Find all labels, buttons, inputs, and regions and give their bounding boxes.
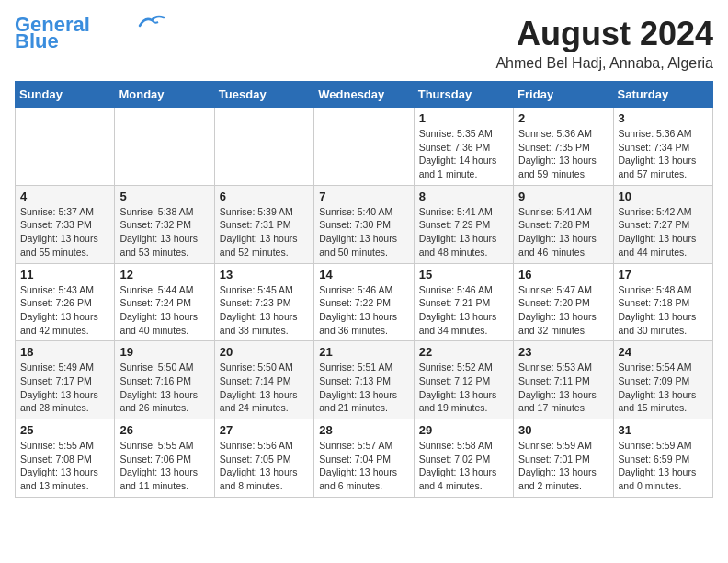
day-number: 14 xyxy=(319,268,408,282)
day-number: 11 xyxy=(20,268,109,282)
day-number: 25 xyxy=(20,423,109,437)
empty-day xyxy=(16,108,115,186)
day-number: 17 xyxy=(619,268,708,282)
day-number: 5 xyxy=(119,190,209,203)
calendar-week-5: 25Sunrise: 5:55 AMSunset: 7:08 PMDayligh… xyxy=(16,419,713,498)
empty-day xyxy=(115,108,214,186)
page-header: General Blue August 2024 Ahmed Bel Hadj,… xyxy=(15,15,713,72)
calendar-day-29: 29Sunrise: 5:58 AMSunset: 7:02 PMDayligh… xyxy=(414,419,513,498)
day-number: 30 xyxy=(518,423,608,437)
month-year-title: August 2024 xyxy=(495,15,713,53)
day-info: Sunrise: 5:35 AMSunset: 7:36 PMDaylight:… xyxy=(419,127,508,181)
day-number: 8 xyxy=(419,190,508,203)
day-number: 26 xyxy=(119,423,209,437)
calendar-day-13: 13Sunrise: 5:45 AMSunset: 7:23 PMDayligh… xyxy=(214,263,313,341)
calendar-day-6: 6Sunrise: 5:39 AMSunset: 7:31 PMDaylight… xyxy=(214,185,313,263)
calendar-day-11: 11Sunrise: 5:43 AMSunset: 7:26 PMDayligh… xyxy=(16,263,115,341)
day-info: Sunrise: 5:51 AMSunset: 7:13 PMDaylight:… xyxy=(319,361,408,415)
day-info: Sunrise: 5:37 AMSunset: 7:33 PMDaylight:… xyxy=(20,205,109,259)
calendar-week-3: 11Sunrise: 5:43 AMSunset: 7:26 PMDayligh… xyxy=(16,263,713,341)
calendar-day-28: 28Sunrise: 5:57 AMSunset: 7:04 PMDayligh… xyxy=(314,419,414,498)
day-info: Sunrise: 5:49 AMSunset: 7:17 PMDaylight:… xyxy=(20,361,109,415)
day-info: Sunrise: 5:38 AMSunset: 7:32 PMDaylight:… xyxy=(119,205,209,259)
calendar-day-15: 15Sunrise: 5:46 AMSunset: 7:21 PMDayligh… xyxy=(414,263,513,341)
day-number: 27 xyxy=(220,423,309,437)
calendar-table: SundayMondayTuesdayWednesdayThursdayFrid… xyxy=(15,81,713,498)
calendar-week-1: 1Sunrise: 5:35 AMSunset: 7:36 PMDaylight… xyxy=(16,108,713,186)
day-info: Sunrise: 5:55 AMSunset: 7:06 PMDaylight:… xyxy=(119,439,209,493)
calendar-day-7: 7Sunrise: 5:40 AMSunset: 7:30 PMDaylight… xyxy=(314,185,414,263)
location-subtitle: Ahmed Bel Hadj, Annaba, Algeria xyxy=(495,55,713,72)
day-info: Sunrise: 5:44 AMSunset: 7:24 PMDaylight:… xyxy=(119,283,209,338)
calendar-day-19: 19Sunrise: 5:50 AMSunset: 7:16 PMDayligh… xyxy=(115,341,214,419)
day-number: 1 xyxy=(419,111,508,125)
calendar-day-27: 27Sunrise: 5:56 AMSunset: 7:05 PMDayligh… xyxy=(214,419,313,498)
day-number: 22 xyxy=(419,345,508,359)
calendar-day-12: 12Sunrise: 5:44 AMSunset: 7:24 PMDayligh… xyxy=(115,263,214,341)
weekday-header-monday: Monday xyxy=(115,82,214,108)
calendar-day-2: 2Sunrise: 5:36 AMSunset: 7:35 PMDaylight… xyxy=(514,108,613,186)
day-info: Sunrise: 5:53 AMSunset: 7:11 PMDaylight:… xyxy=(518,361,608,415)
calendar-day-21: 21Sunrise: 5:51 AMSunset: 7:13 PMDayligh… xyxy=(314,341,414,419)
calendar-day-5: 5Sunrise: 5:38 AMSunset: 7:32 PMDaylight… xyxy=(115,185,214,263)
weekday-header-saturday: Saturday xyxy=(613,82,712,108)
day-info: Sunrise: 5:46 AMSunset: 7:22 PMDaylight:… xyxy=(319,283,408,338)
calendar-day-25: 25Sunrise: 5:55 AMSunset: 7:08 PMDayligh… xyxy=(16,419,115,498)
day-number: 2 xyxy=(518,111,608,125)
calendar-day-17: 17Sunrise: 5:48 AMSunset: 7:18 PMDayligh… xyxy=(613,263,712,341)
calendar-day-26: 26Sunrise: 5:55 AMSunset: 7:06 PMDayligh… xyxy=(115,419,214,498)
weekday-header-friday: Friday xyxy=(514,82,613,108)
calendar-day-18: 18Sunrise: 5:49 AMSunset: 7:17 PMDayligh… xyxy=(16,341,115,419)
day-info: Sunrise: 5:46 AMSunset: 7:21 PMDaylight:… xyxy=(419,283,508,338)
weekday-header-tuesday: Tuesday xyxy=(214,82,313,108)
day-info: Sunrise: 5:43 AMSunset: 7:26 PMDaylight:… xyxy=(20,283,109,338)
logo-bird-icon xyxy=(138,13,165,29)
calendar-day-22: 22Sunrise: 5:52 AMSunset: 7:12 PMDayligh… xyxy=(414,341,513,419)
calendar-day-24: 24Sunrise: 5:54 AMSunset: 7:09 PMDayligh… xyxy=(613,341,712,419)
day-info: Sunrise: 5:56 AMSunset: 7:05 PMDaylight:… xyxy=(220,439,309,493)
calendar-day-14: 14Sunrise: 5:46 AMSunset: 7:22 PMDayligh… xyxy=(314,263,414,341)
day-number: 20 xyxy=(220,345,309,359)
day-number: 24 xyxy=(619,345,708,359)
day-number: 9 xyxy=(518,190,608,203)
weekday-header-sunday: Sunday xyxy=(16,82,115,108)
day-info: Sunrise: 5:58 AMSunset: 7:02 PMDaylight:… xyxy=(419,439,508,493)
day-info: Sunrise: 5:47 AMSunset: 7:20 PMDaylight:… xyxy=(518,283,608,338)
day-number: 31 xyxy=(619,423,708,437)
day-number: 23 xyxy=(518,345,608,359)
empty-day xyxy=(314,108,414,186)
day-number: 18 xyxy=(20,345,109,359)
calendar-day-20: 20Sunrise: 5:50 AMSunset: 7:14 PMDayligh… xyxy=(214,341,313,419)
day-info: Sunrise: 5:55 AMSunset: 7:08 PMDaylight:… xyxy=(20,439,109,493)
day-info: Sunrise: 5:50 AMSunset: 7:14 PMDaylight:… xyxy=(220,361,309,415)
day-number: 29 xyxy=(419,423,508,437)
day-number: 4 xyxy=(20,190,109,203)
day-number: 6 xyxy=(220,190,309,203)
day-info: Sunrise: 5:39 AMSunset: 7:31 PMDaylight:… xyxy=(220,205,309,259)
day-info: Sunrise: 5:36 AMSunset: 7:35 PMDaylight:… xyxy=(518,127,608,181)
day-info: Sunrise: 5:54 AMSunset: 7:09 PMDaylight:… xyxy=(619,361,708,415)
calendar-day-23: 23Sunrise: 5:53 AMSunset: 7:11 PMDayligh… xyxy=(514,341,613,419)
day-number: 12 xyxy=(119,268,209,282)
day-info: Sunrise: 5:36 AMSunset: 7:34 PMDaylight:… xyxy=(619,127,708,181)
day-info: Sunrise: 5:59 AMSunset: 7:01 PMDaylight:… xyxy=(518,439,608,493)
day-info: Sunrise: 5:41 AMSunset: 7:29 PMDaylight:… xyxy=(419,205,508,259)
logo-blue-text: Blue xyxy=(15,31,59,52)
calendar-week-2: 4Sunrise: 5:37 AMSunset: 7:33 PMDaylight… xyxy=(16,185,713,263)
empty-day xyxy=(214,108,313,186)
weekday-header-thursday: Thursday xyxy=(414,82,513,108)
day-info: Sunrise: 5:48 AMSunset: 7:18 PMDaylight:… xyxy=(619,283,708,338)
calendar-day-1: 1Sunrise: 5:35 AMSunset: 7:36 PMDaylight… xyxy=(414,108,513,186)
day-number: 7 xyxy=(319,190,408,203)
day-number: 15 xyxy=(419,268,508,282)
day-number: 16 xyxy=(518,268,608,282)
day-number: 3 xyxy=(619,111,708,125)
day-number: 19 xyxy=(119,345,209,359)
title-area: August 2024 Ahmed Bel Hadj, Annaba, Alge… xyxy=(495,15,713,72)
day-info: Sunrise: 5:59 AMSunset: 6:59 PMDaylight:… xyxy=(619,439,708,493)
day-info: Sunrise: 5:40 AMSunset: 7:30 PMDaylight:… xyxy=(319,205,408,259)
calendar-day-16: 16Sunrise: 5:47 AMSunset: 7:20 PMDayligh… xyxy=(514,263,613,341)
calendar-day-8: 8Sunrise: 5:41 AMSunset: 7:29 PMDaylight… xyxy=(414,185,513,263)
calendar-day-9: 9Sunrise: 5:41 AMSunset: 7:28 PMDaylight… xyxy=(514,185,613,263)
day-number: 10 xyxy=(619,190,708,203)
